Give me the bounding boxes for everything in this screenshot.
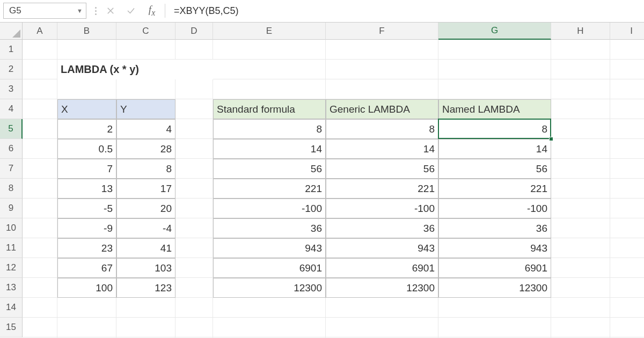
row-header-12[interactable]: 12 <box>0 258 23 278</box>
cell-E8[interactable]: 221 <box>213 179 326 199</box>
formula-text: =XBYY(B5,C5) <box>174 5 239 17</box>
header-y[interactable]: Y <box>116 99 175 119</box>
row-header-3[interactable]: 3 <box>0 79 23 99</box>
cell-B9[interactable]: -5 <box>57 199 116 218</box>
cells-area[interactable]: LAMBDA (x * y)XYStandard formulaGeneric … <box>23 40 644 338</box>
row-header-4[interactable]: 4 <box>0 99 23 119</box>
cell-E12[interactable]: 6901 <box>213 258 326 278</box>
row-header-10[interactable]: 10 <box>0 218 23 238</box>
col-header-I[interactable]: I <box>610 23 644 40</box>
cell-E6[interactable]: 14 <box>213 139 326 159</box>
chevron-down-icon[interactable]: ▼ <box>77 8 83 14</box>
formula-input[interactable]: =XBYY(B5,C5) <box>167 3 641 19</box>
enter-button[interactable] <box>121 3 141 19</box>
header-standard[interactable]: Standard formula <box>213 99 326 119</box>
formula-bar: G5 ▼ fx =XBYY(B5,C5) <box>0 0 644 23</box>
cell-E13[interactable]: 12300 <box>213 278 326 298</box>
cell-B11[interactable]: 23 <box>57 238 116 258</box>
cancel-button[interactable] <box>100 3 121 19</box>
row-header-7[interactable]: 7 <box>0 159 23 179</box>
row-header-1[interactable]: 1 <box>0 40 23 60</box>
cell-E9[interactable]: -100 <box>213 199 326 218</box>
formula-bar-grip[interactable] <box>91 3 100 19</box>
col-header-C[interactable]: C <box>116 23 175 40</box>
col-header-F[interactable]: F <box>326 23 438 40</box>
row-header-11[interactable]: 11 <box>0 238 23 258</box>
cell-G12[interactable]: 6901 <box>438 258 551 278</box>
cell-B10[interactable]: -9 <box>57 218 116 238</box>
header-generic[interactable]: Generic LAMBDA <box>326 99 438 119</box>
cell-F5[interactable]: 8 <box>326 119 438 139</box>
cell-G5[interactable]: 8 <box>438 119 551 139</box>
row-header-6[interactable]: 6 <box>0 139 23 159</box>
cell-E7[interactable]: 56 <box>213 159 326 179</box>
row-header-2[interactable]: 2 <box>0 60 23 79</box>
col-header-G[interactable]: G <box>438 23 551 40</box>
cell-B7[interactable]: 7 <box>57 159 116 179</box>
cell-G13[interactable]: 12300 <box>438 278 551 298</box>
sheet-title[interactable]: LAMBDA (x * y) <box>57 60 213 79</box>
cell-G6[interactable]: 14 <box>438 139 551 159</box>
cell-B5[interactable]: 2 <box>57 119 116 139</box>
cell-F10[interactable]: 36 <box>326 218 438 238</box>
col-header-H[interactable]: H <box>551 23 610 40</box>
col-header-B[interactable]: B <box>57 23 116 40</box>
row-header-15[interactable]: 15 <box>0 318 23 337</box>
cell-C12[interactable]: 103 <box>116 258 175 278</box>
col-header-D[interactable]: D <box>175 23 213 40</box>
cell-F6[interactable]: 14 <box>326 139 438 159</box>
cell-B13[interactable]: 100 <box>57 278 116 298</box>
cell-F12[interactable]: 6901 <box>326 258 438 278</box>
cell-E11[interactable]: 943 <box>213 238 326 258</box>
fx-icon: fx <box>149 4 155 18</box>
spreadsheet-grid: ABCDEFGHI 123456789101112131415 LAMBDA (… <box>0 23 644 338</box>
cell-G10[interactable]: 36 <box>438 218 551 238</box>
select-all-corner[interactable] <box>0 23 23 40</box>
row-headers: 123456789101112131415 <box>0 40 23 338</box>
cell-C8[interactable]: 17 <box>116 179 175 199</box>
cell-E5[interactable]: 8 <box>213 119 326 139</box>
cell-E10[interactable]: 36 <box>213 218 326 238</box>
cell-G7[interactable]: 56 <box>438 159 551 179</box>
cell-C11[interactable]: 41 <box>116 238 175 258</box>
insert-function-button[interactable]: fx <box>141 3 163 19</box>
cell-C7[interactable]: 8 <box>116 159 175 179</box>
cell-B8[interactable]: 13 <box>57 179 116 199</box>
cell-C10[interactable]: -4 <box>116 218 175 238</box>
cell-B12[interactable]: 67 <box>57 258 116 278</box>
row-header-9[interactable]: 9 <box>0 199 23 218</box>
cell-F9[interactable]: -100 <box>326 199 438 218</box>
header-x[interactable]: X <box>57 99 116 119</box>
row-header-8[interactable]: 8 <box>0 179 23 199</box>
name-box[interactable]: G5 ▼ <box>3 3 86 19</box>
cell-C5[interactable]: 4 <box>116 119 175 139</box>
name-box-value: G5 <box>9 5 21 16</box>
row-header-14[interactable]: 14 <box>0 298 23 318</box>
row-header-5[interactable]: 5 <box>0 119 23 139</box>
col-header-E[interactable]: E <box>213 23 326 40</box>
cell-F7[interactable]: 56 <box>326 159 438 179</box>
cell-F13[interactable]: 12300 <box>326 278 438 298</box>
fill-handle[interactable] <box>549 137 553 141</box>
column-headers: ABCDEFGHI <box>23 23 644 40</box>
x-icon <box>106 6 115 16</box>
cell-C9[interactable]: 20 <box>116 199 175 218</box>
cell-C13[interactable]: 123 <box>116 278 175 298</box>
cell-G9[interactable]: -100 <box>438 199 551 218</box>
row-header-13[interactable]: 13 <box>0 278 23 298</box>
col-header-A[interactable]: A <box>23 23 57 40</box>
cell-B6[interactable]: 0.5 <box>57 139 116 159</box>
header-named[interactable]: Named LAMBDA <box>438 99 551 119</box>
cell-C6[interactable]: 28 <box>116 139 175 159</box>
cell-F8[interactable]: 221 <box>326 179 438 199</box>
cell-F11[interactable]: 943 <box>326 238 438 258</box>
check-icon <box>126 6 136 16</box>
cell-G8[interactable]: 221 <box>438 179 551 199</box>
cell-G11[interactable]: 943 <box>438 238 551 258</box>
